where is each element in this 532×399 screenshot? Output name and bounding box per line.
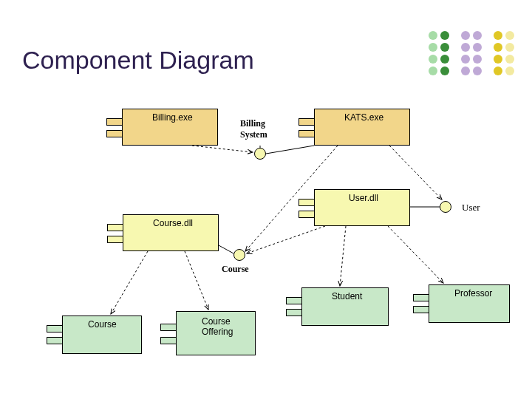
- component-kats-exe: KATS.exe: [314, 109, 410, 146]
- svg-point-23: [505, 66, 514, 75]
- svg-point-22: [505, 55, 514, 64]
- svg-line-31: [247, 226, 325, 253]
- component-course-dll: Course.dll: [123, 214, 219, 251]
- svg-point-2: [429, 55, 437, 64]
- svg-point-0: [429, 31, 437, 40]
- svg-point-9: [461, 43, 470, 52]
- svg-point-16: [494, 31, 502, 40]
- component-label: Course: [88, 319, 117, 330]
- svg-point-11: [461, 66, 470, 75]
- component-billing-exe: Billing.exe: [122, 109, 218, 146]
- svg-point-1: [429, 43, 437, 52]
- svg-point-4: [440, 31, 449, 40]
- decoration-dots: [427, 30, 531, 81]
- interface-user: [440, 201, 451, 213]
- svg-point-7: [440, 66, 449, 75]
- svg-point-15: [473, 66, 482, 75]
- svg-point-12: [473, 31, 482, 40]
- svg-point-10: [461, 55, 470, 64]
- svg-point-18: [494, 55, 502, 64]
- interface-billing-system: [254, 148, 266, 160]
- svg-point-3: [429, 66, 437, 75]
- svg-line-33: [185, 251, 208, 310]
- component-label: User.dll: [349, 193, 378, 203]
- page-title: Component Diagram: [22, 46, 254, 75]
- svg-line-25: [266, 146, 314, 154]
- component-label: Course.dll: [153, 218, 193, 228]
- component-label: Billing.exe: [152, 112, 193, 123]
- component-user-dll: User.dll: [314, 189, 410, 226]
- svg-point-19: [494, 66, 502, 75]
- component-label: Professor: [454, 288, 492, 299]
- component-student: Student: [301, 287, 389, 326]
- svg-line-32: [111, 251, 148, 314]
- svg-line-28: [192, 146, 253, 152]
- svg-point-6: [440, 55, 449, 64]
- svg-line-35: [388, 226, 443, 283]
- svg-line-26: [219, 245, 233, 253]
- svg-point-5: [440, 43, 449, 52]
- interface-course: [233, 249, 245, 261]
- svg-point-8: [461, 31, 470, 40]
- interface-label: Course: [222, 264, 249, 275]
- svg-point-21: [505, 43, 514, 52]
- interface-label: Billing System: [240, 118, 267, 140]
- svg-point-13: [473, 43, 482, 52]
- component-course: Course: [62, 316, 142, 354]
- interface-label: User: [462, 202, 480, 214]
- svg-point-14: [473, 55, 482, 64]
- svg-point-20: [505, 31, 514, 40]
- component-label: KATS.exe: [344, 112, 383, 123]
- svg-line-34: [340, 226, 346, 286]
- component-label: Course Offering: [202, 316, 233, 337]
- component-professor: Professor: [429, 284, 510, 323]
- svg-point-17: [494, 43, 502, 52]
- component-course-offering: Course Offering: [176, 311, 256, 355]
- component-label: Student: [332, 291, 362, 301]
